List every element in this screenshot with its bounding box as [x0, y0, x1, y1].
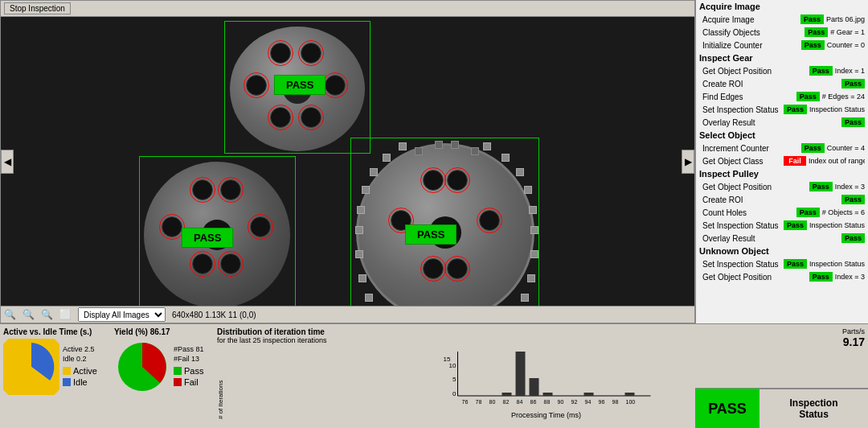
idle-dot [63, 378, 71, 386]
step-value: Counter = 0 [827, 41, 865, 49]
step-name: Get Object Position [702, 67, 807, 76]
image-canvas: PASS [1, 17, 694, 306]
step-value: Inspection Status [809, 105, 865, 113]
active-idle-pie [3, 339, 59, 395]
pass-dot [174, 367, 182, 375]
zoom-icon-3[interactable]: 🔍 [41, 309, 53, 320]
step-name: Overlay Result [702, 118, 839, 127]
svg-rect-9 [516, 352, 526, 396]
step-row: Overlay ResultPass [696, 232, 868, 245]
step-value: # Edges = 24 [822, 93, 865, 101]
step-badge: Pass [809, 66, 833, 76]
step-value: Index = 3 [835, 183, 865, 191]
svg-text:78: 78 [476, 399, 482, 405]
svg-rect-11 [543, 393, 553, 396]
svg-rect-10 [530, 378, 539, 396]
step-name: Create ROI [702, 195, 839, 204]
svg-rect-12 [584, 393, 594, 396]
step-value: Parts 06.jpg [826, 15, 865, 23]
step-row: Overlay ResultPass [696, 116, 868, 129]
y-axis-label: # of Iterations [217, 352, 224, 419]
scroll-left-btn[interactable]: ◀ [1, 150, 14, 174]
fail-dot [174, 378, 182, 386]
step-badge: Pass [841, 195, 865, 204]
toolbar: Stop Inspection [1, 1, 694, 17]
scroll-right-btn[interactable]: ▶ [682, 150, 694, 174]
step-row: Classify ObjectsPass# Gear = 1 [696, 26, 868, 39]
zoom-icon-4[interactable]: ⬜ [59, 309, 72, 320]
zoom-icon-2[interactable]: 🔍 [23, 309, 35, 320]
pass-label-br: PASS [405, 224, 457, 245]
step-badge: Pass [841, 79, 865, 88]
display-select[interactable]: Display All Images [78, 307, 166, 322]
inspection-status-bar: PASS Inspection Status [695, 388, 868, 428]
active-idle-section: Active vs. Idle Time (s.) Active 2.5 Idl… [3, 327, 108, 425]
step-badge: Pass [801, 40, 825, 50]
step-row: Get Object PositionPassIndex = 1 [696, 64, 868, 77]
inspection-status-label: Inspection Status [760, 397, 868, 420]
step-value: Counter = 4 [827, 144, 865, 152]
step-value: Index out of range [809, 157, 865, 165]
step-value: Inspection Status [809, 260, 865, 268]
stop-inspection-button[interactable]: Stop Inspection [4, 2, 71, 14]
step-row: Increment CounterPassCounter = 4 [696, 142, 868, 154]
insp-label-line2: Status [799, 409, 829, 420]
zoom-icon-1[interactable]: 🔍 [4, 309, 16, 320]
step-badge: Pass [784, 105, 807, 114]
step-row: Acquire ImagePassParts 06.jpg [696, 13, 868, 26]
step-name: Find Edges [702, 93, 794, 101]
fail-legend-label: Fail [184, 377, 199, 387]
step-name: Create ROI [702, 80, 839, 88]
step-row: Count HolesPass# Objects = 6 [696, 206, 868, 219]
step-row: Set Inspection StatusPassInspection Stat… [696, 219, 868, 232]
parts-per-sec-val: 9.17 [842, 335, 865, 348]
parts-per-sec-label: Parts/s [842, 327, 865, 335]
step-row: Set Inspection StatusPassInspection Stat… [696, 257, 868, 270]
svg-rect-8 [502, 393, 512, 396]
svg-text:100: 100 [626, 399, 636, 405]
step-value: Index = 3 [835, 273, 865, 281]
section-header: Acquire Image [696, 0, 868, 13]
svg-text:94: 94 [585, 399, 592, 405]
pass-legend-label: Pass [184, 366, 203, 376]
svg-text:88: 88 [544, 399, 551, 405]
insp-label-line1: Inspection [789, 397, 837, 409]
pass-count: #Pass 81 [174, 345, 204, 353]
section-header: Select Object [696, 129, 868, 142]
svg-text:5: 5 [452, 376, 457, 383]
active-dot [63, 367, 71, 375]
step-value: # Objects = 6 [822, 208, 865, 216]
step-badge: Pass [801, 143, 825, 153]
step-name: Set Inspection Status [702, 221, 781, 230]
yield-pie [114, 339, 170, 395]
step-badge: Pass [841, 233, 865, 243]
step-name: Classify Objects [702, 28, 802, 37]
histogram-subtitle: for the last 25 inspection iterations [217, 336, 327, 344]
svg-text:15: 15 [444, 356, 451, 363]
step-value: Index = 1 [835, 67, 865, 75]
svg-text:80: 80 [489, 399, 496, 405]
step-name: Count Holes [702, 208, 794, 217]
step-badge: Pass [784, 220, 807, 230]
step-badge: Pass [841, 117, 865, 127]
active-idle-legend: Active 2.5 Idle 0.2 Active Idle [63, 345, 97, 389]
step-badge: Pass [796, 208, 820, 217]
steps-container: Acquire ImageAcquire ImagePassParts 06.j… [696, 0, 868, 283]
step-name: Get Object Position [702, 183, 807, 191]
image-info: 640x480 1.13K 11 (0,0) [172, 311, 256, 319]
step-badge: Pass [784, 259, 807, 269]
step-row: Get Object ClassFailIndex out of range [696, 154, 868, 167]
svg-rect-13 [625, 393, 635, 396]
step-row: Create ROIPass [696, 77, 868, 90]
pass-label-top: PASS [274, 75, 326, 95]
step-row: Initialize CounterPassCounter = 0 [696, 39, 868, 51]
step-badge: Pass [805, 27, 828, 37]
svg-text:0: 0 [452, 390, 457, 397]
svg-text:98: 98 [612, 399, 619, 405]
svg-text:90: 90 [558, 399, 564, 405]
fail-count: #Fail 13 [174, 355, 204, 363]
svg-text:86: 86 [530, 399, 537, 405]
inspection-pass-badge: PASS [695, 389, 760, 428]
step-row: Get Object PositionPassIndex = 3 [696, 180, 868, 193]
svg-text:10: 10 [449, 362, 457, 369]
